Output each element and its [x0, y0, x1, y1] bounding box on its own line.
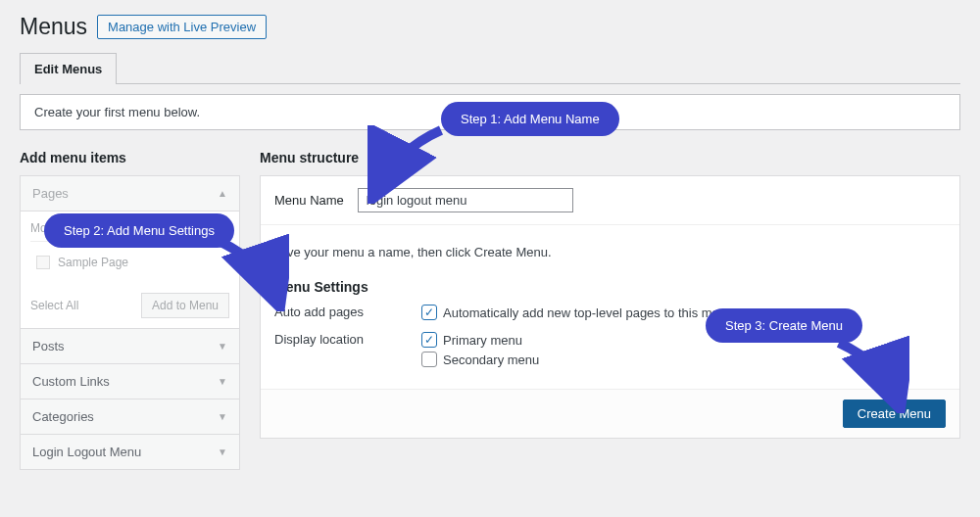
annotation-arrow-icon [368, 125, 446, 204]
chevron-down-icon: ▼ [218, 411, 227, 422]
accordion-custom-links-label: Custom Links [32, 374, 110, 389]
manage-live-preview-button[interactable]: Manage with Live Preview [97, 15, 267, 39]
menu-instruction: Give your menu a name, then click Create… [261, 225, 959, 279]
menu-structure-heading: Menu structure [260, 150, 960, 165]
accordion-posts-label: Posts [32, 339, 65, 353]
checkbox-icon [421, 352, 437, 367]
accordion-pages-label: Pages [32, 186, 69, 201]
menu-name-label: Menu Name [274, 193, 344, 208]
accordion-login-logout-header[interactable]: Login Logout Menu ▼ [21, 435, 239, 469]
chevron-down-icon: ▼ [218, 446, 227, 457]
secondary-menu-label: Secondary menu [443, 352, 539, 367]
primary-menu-label: Primary menu [443, 333, 522, 348]
menu-settings-heading: Menu Settings [261, 279, 959, 295]
accordion-categories-header[interactable]: Categories ▼ [21, 400, 239, 434]
annotation-step3: Step 3: Create Menu [706, 308, 862, 343]
annotation-step1: Step 1: Add Menu Name [441, 102, 619, 136]
auto-add-option-label: Automatically add new top-level pages to… [443, 306, 733, 320]
accordion-posts-header[interactable]: Posts ▼ [21, 329, 239, 363]
accordion-pages-header[interactable]: Pages ▲ [21, 176, 239, 211]
page-item-label: Sample Page [58, 256, 128, 269]
auto-add-pages-checkbox[interactable]: ✓ Automatically add new top-level pages … [421, 305, 946, 320]
annotation-arrow-icon [831, 335, 909, 413]
checkbox-checked-icon: ✓ [421, 332, 437, 348]
tab-edit-menus[interactable]: Edit Menus [20, 53, 117, 84]
select-all-link[interactable]: Select All [30, 299, 78, 312]
chevron-down-icon: ▼ [218, 341, 227, 352]
accordion-categories-label: Categories [32, 409, 94, 424]
page-item-sample[interactable]: Sample Page [30, 242, 229, 287]
accordion-custom-links-header[interactable]: Custom Links ▼ [21, 364, 239, 399]
checkbox-icon[interactable] [36, 256, 50, 269]
chevron-up-icon: ▲ [218, 188, 227, 199]
page-title: Menus [20, 14, 87, 40]
add-items-heading: Add menu items [20, 150, 240, 165]
accordion-login-logout-label: Login Logout Menu [32, 445, 141, 459]
checkbox-checked-icon: ✓ [421, 305, 437, 320]
chevron-down-icon: ▼ [218, 376, 227, 387]
auto-add-label: Auto add pages [274, 305, 421, 324]
tabs: Edit Menus [20, 52, 960, 84]
display-location-label: Display location [274, 332, 421, 371]
annotation-step2: Step 2: Add Menu Settings [44, 213, 234, 248]
